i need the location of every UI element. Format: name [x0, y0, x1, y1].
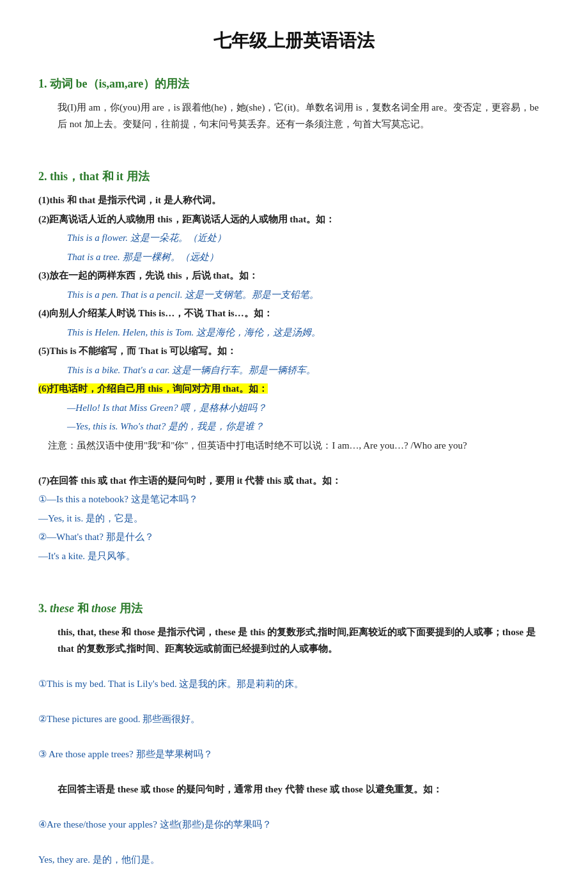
section-2-example6a: —Hello! Is that Miss Green? 喂，是格林小姐吗？: [67, 400, 550, 417]
section-3-example1: ①This is my bed. That is Lily's bed. 这是我…: [38, 676, 550, 693]
section-2-example4: This is Helen. Helen, this is Tom. 这是海伦，…: [67, 325, 550, 341]
section-2-rule6: (6)打电话时，介绍自己用 this，询问对方用 that。如：: [38, 381, 550, 397]
section-2: 2. this，that 和 it 用法 (1)this 和 that 是指示代…: [38, 167, 550, 565]
section-2-example7a-q: ①—Is this a notebook? 这是笔记本吗？: [38, 491, 550, 508]
section-2-title: 2. this，that 和 it 用法: [38, 167, 550, 187]
section-3-example2: ②These pictures are good. 那些画很好。: [38, 711, 550, 728]
section-2-example5: This is a bike. That's a car. 这是一辆自行车。那是…: [67, 362, 550, 379]
section-1-title: 1. 动词 be（is,am,are）的用法: [38, 74, 550, 94]
section-2-example2: That is a tree. 那是一棵树。（远处）: [67, 249, 550, 266]
section-2-example3: This is a pen. That is a pencil. 这是一支钢笔。…: [67, 287, 550, 304]
section-3-example3: ③ Are those apple trees? 那些是苹果树吗？: [38, 746, 550, 763]
section-2-note6: 注意：虽然汉语中使用"我"和"你"，但英语中打电话时绝不可以说：I am…, A…: [48, 438, 550, 454]
section-3-example4-ans: Yes, they are. 是的，他们是。: [38, 852, 550, 868]
section-3: 3. these 和 those 用法 this, that, these 和 …: [38, 599, 550, 868]
section-2-rule3: (3)放在一起的两样东西，先说 this，后说 that。如：: [38, 268, 550, 284]
section-3-note: 在回答主语是 these 或 those 的疑问句时，通常用 they 代替 t…: [58, 782, 550, 798]
section-2-rule4: (4)向别人介绍某人时说 This is…，不说 That is…。如：: [38, 305, 550, 322]
section-2-example7b-a: —It's a kite. 是只风筝。: [38, 548, 550, 565]
section-2-rule1: (1)this 和 that 是指示代词，it 是人称代词。: [38, 192, 550, 209]
section-1: 1. 动词 be（is,am,are）的用法 我(I)用 am，你(you)用 …: [38, 74, 550, 133]
page-title: 七年级上册英语语法: [38, 26, 550, 56]
section-1-body: 我(I)用 am，你(you)用 are，is 跟着他(he)，她(she)，它…: [58, 100, 550, 132]
section-2-example7b-q: ②—What's that? 那是什么？: [38, 529, 550, 546]
section-2-rule2: (2)距离说话人近的人或物用 this，距离说话人远的人或物用 that。如：: [38, 212, 550, 228]
section-3-example4: ④Are these/those your apples? 这些(那些)是你的苹…: [38, 817, 550, 833]
section-2-example7a-a: —Yes, it is. 是的，它是。: [38, 511, 550, 527]
section-2-rule5: (5)This is 不能缩写，而 That is 可以缩写。如：: [38, 343, 550, 360]
section-2-example1: This is a flower. 这是一朵花。（近处）: [67, 230, 550, 247]
section-3-title: 3. these 和 those 用法: [38, 599, 550, 619]
section-2-rule7: (7)在回答 this 或 that 作主语的疑问句时，要用 it 代替 thi…: [38, 473, 550, 490]
section-2-example6b: —Yes, this is. Who's that? 是的，我是，你是谁？: [67, 419, 550, 435]
section-3-intro: this, that, these 和 those 是指示代词，these 是 …: [58, 624, 550, 657]
